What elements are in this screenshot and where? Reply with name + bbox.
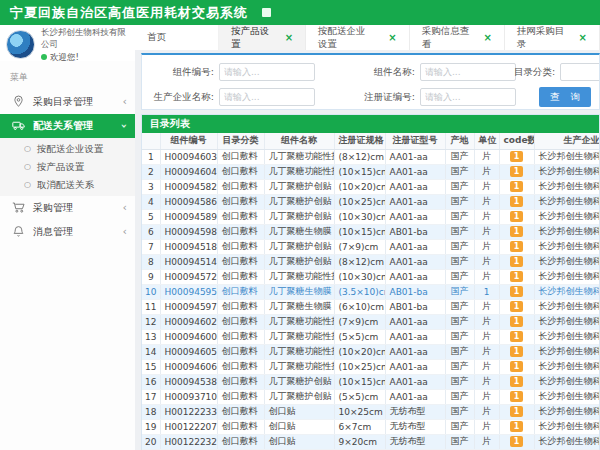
code-count-cell: 1 <box>499 359 534 374</box>
sidebar-item-2[interactable]: 采购管理‹ <box>0 196 135 220</box>
sidebar-item-3[interactable]: 消息管理‹ <box>0 220 135 244</box>
search-button[interactable]: 查 询 <box>539 87 591 107</box>
table-row[interactable]: 7H00094518创口敷料几丁聚糖护创贴 ((7×9)cmAA01-aa国产片… <box>142 239 600 254</box>
cell: AA01-aa <box>385 329 445 344</box>
cell: AA01-aa <box>385 269 445 284</box>
cell: 几丁聚糖护创贴 ( <box>264 254 334 269</box>
cell: (5×5)cm <box>334 329 385 344</box>
column-header-3: 组件名称 <box>264 133 334 149</box>
table-body: 1H00094603创口敷料几丁聚糖功能性护(8×12)cmAA01-aa国产片… <box>142 149 600 449</box>
tab-close-icon[interactable]: × <box>483 32 491 43</box>
component-name-input[interactable] <box>420 63 516 81</box>
code-count-badge: 1 <box>510 181 523 192</box>
tab-close-icon[interactable]: × <box>579 32 587 43</box>
code-count-badge: 1 <box>510 346 523 357</box>
table-row[interactable]: 14H00094605创口敷料几丁聚糖功能性护(10×20)cmAA01-aa国… <box>142 344 600 359</box>
table-row[interactable]: 2H00094604创口敷料几丁聚糖功能性护(10×15)cmAA01-aa国产… <box>142 164 600 179</box>
component-no-label: 组件编号: <box>142 66 214 79</box>
table-row[interactable]: 12H00094602创口敷料几丁聚糖功能性护(7×9)cmAA01-aa国产片… <box>142 314 600 329</box>
row-number: 14 <box>142 344 160 359</box>
table-row[interactable]: 11H00094597创口敷料几丁聚糖生物膜(6×10)cmAB01-ba国产片… <box>142 299 600 314</box>
column-header-1: 组件编号 <box>160 133 217 149</box>
cell: 长沙邦创生物科技有限 <box>534 389 600 404</box>
sidebar-item-0[interactable]: 采购目录管理‹ <box>0 90 135 114</box>
cell: 创口敷料 <box>217 314 264 329</box>
cell: (10×25)cm <box>334 359 385 374</box>
submenu-item-1-0[interactable]: ○按配送企业设置 <box>0 140 135 158</box>
component-no-input[interactable] <box>219 63 315 81</box>
cell: 片 <box>474 269 499 284</box>
cell: H00094514 <box>160 254 217 269</box>
submenu-item-1-2[interactable]: ○取消配送关系 <box>0 176 135 194</box>
cell: (10×30)cm <box>334 269 385 284</box>
table-row[interactable]: 9H00094572创口敷料几丁聚糖功能性护(10×30)cmAA01-aa国产… <box>142 269 600 284</box>
manufacturer-name-input[interactable] <box>219 88 315 106</box>
cell: H00122233 <box>160 404 217 419</box>
table-row[interactable]: 4H00094586创口敷料几丁聚糖护创贴 ((10×25)cmAA01-aa国… <box>142 194 600 209</box>
tab-bar: 首页按产品设置×按配送企业设置×采购信息查看×挂网采购目录× <box>135 25 600 50</box>
cell: 长沙邦创生物科技有限 <box>534 254 600 269</box>
cell: 国产 <box>445 344 474 359</box>
cell: 片 <box>474 344 499 359</box>
code-count-cell: 1 <box>499 224 534 239</box>
table-row[interactable]: 1H00094603创口敷料几丁聚糖功能性护(8×12)cmAA01-aa国产片… <box>142 149 600 164</box>
column-header-9: 生产企业 <box>534 133 600 149</box>
row-number: 18 <box>142 404 160 419</box>
cell: 片 <box>474 314 499 329</box>
submenu-item-1-1[interactable]: ○按产品设置 <box>0 158 135 176</box>
cell: AB01-ba <box>385 224 445 239</box>
circle-icon: ○ <box>24 181 31 189</box>
code-count-cell: 1 <box>499 164 534 179</box>
table-row[interactable]: 10H00094595创口敷料几丁聚糖生物膜(3.5×10)cmAB01-ba国… <box>142 284 600 299</box>
catalog-category-select[interactable] <box>560 63 600 81</box>
table-row[interactable]: 6H00094598创口敷料几丁聚糖生物膜(10×15)cmAB01-ba国产片… <box>142 224 600 239</box>
avatar[interactable] <box>6 30 35 59</box>
cell: (10×20)cm <box>334 179 385 194</box>
tab-4[interactable]: 挂网采购目录× <box>505 25 600 50</box>
table-row[interactable]: 15H00094606创口敷料几丁聚糖功能性护(10×25)cmAA01-aa国… <box>142 359 600 374</box>
row-number: 2 <box>142 164 160 179</box>
cell: 片 <box>474 149 499 164</box>
company-name: 长沙邦创生物科技有限公司 <box>41 27 126 49</box>
menu-toggle-icon[interactable] <box>262 8 271 17</box>
tab-close-icon[interactable]: × <box>285 32 293 43</box>
cell: 几丁聚糖护创贴 ( <box>264 194 334 209</box>
cell: 6×7cm <box>334 419 385 434</box>
table-row[interactable]: 3H00094582创口敷料几丁聚糖护创贴 ((10×20)cmAA01-aa国… <box>142 179 600 194</box>
table-row[interactable]: 13H00094600创口敷料几丁聚糖功能性护(5×5)cmAA01-aa国产片… <box>142 329 600 344</box>
cell: 几丁聚糖功能性护 <box>264 344 334 359</box>
tab-3[interactable]: 采购信息查看× <box>410 25 505 50</box>
row-number: 20 <box>142 434 160 449</box>
cell: H00094595 <box>160 284 217 299</box>
table-row[interactable]: 17H00093710创口敷料几丁聚糖护创贴 ((5×5)cmAA01-aa国产… <box>142 389 600 404</box>
code-count-cell: 1 <box>499 269 534 284</box>
cell: 几丁聚糖功能性护 <box>264 269 334 284</box>
cell: H00094582 <box>160 179 217 194</box>
code-count-badge: 1 <box>510 196 523 207</box>
cell: 创口敷料 <box>217 404 264 419</box>
table-row[interactable]: 16H00094538创口敷料几丁聚糖护创贴 ((10×15)cmAA01-aa… <box>142 374 600 389</box>
cell: 长沙邦创生物科技有限 <box>534 284 600 299</box>
table-row[interactable]: 5H00094589创口敷料几丁聚糖护创贴 ((10×30)cmAA01-aa国… <box>142 209 600 224</box>
submenu: ○按配送企业设置○按产品设置○取消配送关系 <box>0 138 135 196</box>
table-row[interactable]: 20H00122232创口敷料创口贴9×20cm无纺布型国产片1长沙邦创生物科技… <box>142 434 600 449</box>
cert-no-input[interactable] <box>420 88 516 106</box>
cell: 创口敷料 <box>217 239 264 254</box>
tab-0[interactable]: 首页 <box>135 25 219 50</box>
cell: AA01-aa <box>385 239 445 254</box>
column-header-4: 注册证规格 <box>334 133 385 149</box>
sidebar-item-1[interactable]: 配送关系管理‹ <box>0 114 135 138</box>
cell: H00094598 <box>160 224 217 239</box>
table-row[interactable]: 18H00122233创口敷料创口贴10×25cm无纺布型国产片1长沙邦创生物科… <box>142 404 600 419</box>
tab-close-icon[interactable]: × <box>388 32 396 43</box>
code-count-badge: 1 <box>510 406 523 417</box>
code-count-badge: 1 <box>510 376 523 387</box>
cart-icon <box>12 201 26 215</box>
tab-2[interactable]: 按配送企业设置× <box>306 25 410 50</box>
table-row[interactable]: 19H00122207创口敷料创口贴6×7cm无纺布型国产片1长沙邦创生物科技有… <box>142 419 600 434</box>
tab-1[interactable]: 按产品设置× <box>219 25 306 50</box>
code-count-badge: 1 <box>510 226 523 237</box>
table-row[interactable]: 8H00094514创口敷料几丁聚糖护创贴 ((8×12)cmAA01-aa国产… <box>142 254 600 269</box>
cell: 国产 <box>445 374 474 389</box>
cell: 国产 <box>445 209 474 224</box>
